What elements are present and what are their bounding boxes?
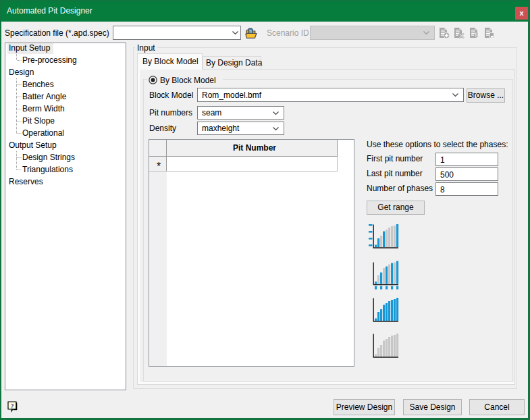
- svg-text:?: ?: [11, 402, 14, 410]
